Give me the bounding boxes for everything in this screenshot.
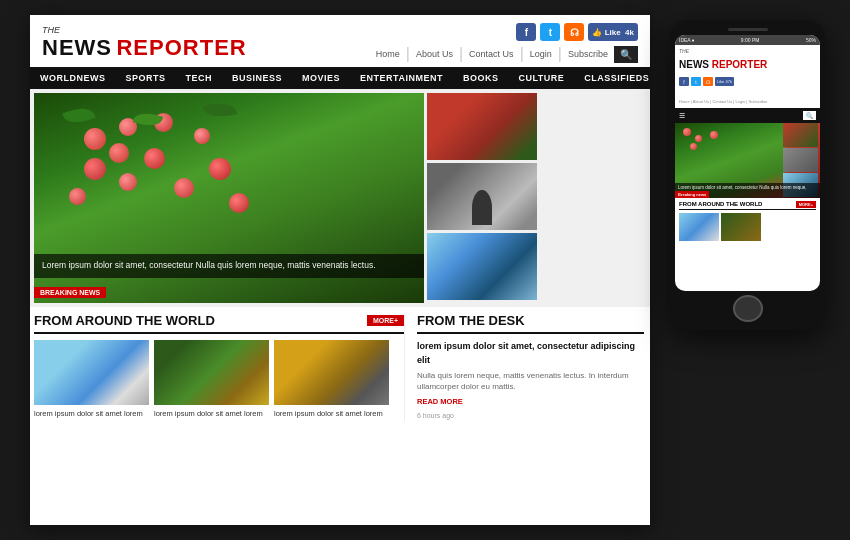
logo-news: NEWS — [42, 35, 112, 60]
desk-lead: lorem ipsum dolor sit amet, consectetur … — [417, 341, 635, 365]
phone-rss-icon[interactable]: ☊ — [703, 77, 713, 86]
phone-status-bar: IDEA ♦ 9:00 PM 50% — [675, 35, 820, 45]
berry — [69, 188, 86, 205]
phone-search-icon: 🔍 — [806, 112, 813, 119]
phone-thumb-1[interactable] — [783, 123, 818, 147]
phone-search-bar[interactable]: 🔍 — [803, 111, 816, 120]
berry — [119, 173, 137, 191]
nav-subscribe[interactable]: Subscribe — [568, 49, 608, 59]
from-around-more[interactable]: MORE+ — [367, 315, 404, 326]
phone-articles — [679, 213, 816, 241]
nav-books[interactable]: BOOKS — [453, 67, 509, 89]
facebook-like-icon[interactable]: 👍 Like 4k — [588, 23, 638, 41]
phone-hamburger-icon[interactable]: ☰ — [679, 112, 685, 120]
search-button[interactable]: 🔍 — [614, 46, 638, 63]
phone-logo-reporter: REPORTER — [712, 59, 768, 70]
phone-nav-text: Home | About Us | Contact Us | Login | S… — [679, 99, 768, 104]
hero-thumb-2[interactable] — [427, 163, 537, 230]
rss-icon[interactable]: ☊ — [564, 23, 584, 41]
header-search[interactable]: 🔍 — [614, 46, 638, 63]
berry — [84, 128, 106, 150]
phone-time: 9:00 PM — [741, 37, 760, 43]
phone-twitter-icon[interactable]: t — [691, 77, 701, 86]
nav-entertainment[interactable]: ENTERTAINMENT — [350, 67, 453, 89]
berry — [209, 158, 231, 180]
phone-section: FROM AROUND THE WORLD MORE+ — [675, 198, 820, 244]
nav-sports[interactable]: SPORTS — [116, 67, 176, 89]
nav-business[interactable]: BUSINESS — [222, 67, 292, 89]
phone-hero-image: Lorem ipsum dolor sit amet, consectetur … — [675, 123, 820, 198]
article-text-2: lorem ipsum dolor sit amet lorem — [154, 409, 269, 419]
article-thumb-3[interactable] — [274, 340, 389, 405]
logo-area: THE NEWS REPORTER — [42, 25, 247, 61]
hero-main-image: Lorem ipsum dolor sit amet, consectetur … — [34, 93, 424, 303]
article-thumb-2[interactable] — [154, 340, 269, 405]
nav-movies[interactable]: MOVIES — [292, 67, 350, 89]
article-card-3: lorem ipsum dolor sit amet lorem — [274, 340, 389, 419]
nav-home[interactable]: Home — [376, 49, 400, 59]
hero-thumb-1[interactable] — [427, 93, 537, 160]
website-mockup: THE NEWS REPORTER f t ☊ 👍 Like 4k Home |… — [30, 15, 650, 525]
from-around-title: FROM AROUND THE WORLD MORE+ — [34, 313, 404, 334]
berry — [84, 158, 106, 180]
time-ago: 6 hours ago — [417, 411, 644, 422]
berry — [144, 148, 165, 169]
phone-more-btn[interactable]: MORE+ — [796, 201, 816, 208]
nav-tech[interactable]: TECH — [176, 67, 223, 89]
desk-body: Nulla quis lorem neque, mattis venenatis… — [417, 370, 644, 392]
page-background: THE NEWS REPORTER f t ☊ 👍 Like 4k Home |… — [0, 0, 850, 540]
main-navigation: WORLDNEWS SPORTS TECH BUSINESS MOVIES EN… — [30, 67, 650, 89]
from-desk-text: lorem ipsum dolor sit amet, consectetur … — [417, 340, 644, 421]
hero-thumb-3[interactable] — [427, 233, 537, 300]
phone-speaker — [728, 28, 768, 31]
phone-thumb-2[interactable] — [783, 148, 818, 172]
site-header: THE NEWS REPORTER f t ☊ 👍 Like 4k Home |… — [30, 15, 650, 67]
twitter-icon[interactable]: t — [540, 23, 560, 41]
nav-contact[interactable]: Contact Us — [469, 49, 514, 59]
berry — [109, 143, 129, 163]
berry — [174, 178, 194, 198]
hero-thumbnails — [427, 93, 537, 303]
phone-article-thumb-2[interactable] — [721, 213, 761, 241]
phone-breaking-tag: Breaking news — [675, 191, 709, 198]
phone-sub-nav: Home | About Us | Contact Us | Login | S… — [675, 88, 820, 108]
from-desk-title: FROM THE DESK — [417, 313, 644, 334]
phone-article-thumb-1[interactable] — [679, 213, 719, 241]
phone-like-icon[interactable]: Like 47k — [715, 77, 734, 86]
from-desk-section: FROM THE DESK lorem ipsum dolor sit amet… — [404, 313, 644, 421]
phone-facebook-icon[interactable]: f — [679, 77, 689, 86]
facebook-icon[interactable]: f — [516, 23, 536, 41]
read-more-link[interactable]: READ MORE — [417, 396, 644, 407]
nav-worldnews[interactable]: WORLDNEWS — [30, 67, 116, 89]
phone-screen: IDEA ♦ 9:00 PM 50% THE NEWS REPORTER f t… — [675, 35, 820, 291]
phone-mockup: IDEA ♦ 9:00 PM 50% THE NEWS REPORTER f t… — [670, 20, 825, 330]
phone-carrier: IDEA ♦ — [679, 37, 694, 43]
phone-social-icons: f t ☊ Like 47k — [675, 75, 820, 88]
hero-caption: Lorem ipsum dolor sit amet, consectetur … — [34, 254, 424, 278]
header-right: f t ☊ 👍 Like 4k Home | About Us | Contac… — [376, 23, 638, 63]
phone-battery: 50% — [806, 37, 816, 43]
nav-about[interactable]: About Us — [416, 49, 453, 59]
nav-login[interactable]: Login — [530, 49, 552, 59]
article-text-1: lorem ipsum dolor sit amet lorem — [34, 409, 149, 419]
article-thumb-1[interactable] — [34, 340, 149, 405]
phone-hero: Lorem ipsum dolor sit amet, consectetur … — [675, 123, 820, 198]
berries-cluster — [54, 108, 334, 268]
berry — [229, 193, 249, 213]
nav-classifieds[interactable]: CLASSIFIEDS — [574, 67, 650, 89]
logo-main: NEWS REPORTER — [42, 35, 247, 61]
figure-silhouette — [472, 190, 492, 225]
article-card-2: lorem ipsum dolor sit amet lorem — [154, 340, 269, 419]
phone-logo-area: THE NEWS REPORTER — [675, 45, 820, 75]
logo-the: THE — [42, 25, 247, 35]
hero-section: Lorem ipsum dolor sit amet, consectetur … — [30, 89, 650, 307]
logo-reporter: REPORTER — [116, 35, 246, 60]
phone-main-nav: ☰ 🔍 — [675, 108, 820, 123]
from-around-section: FROM AROUND THE WORLD MORE+ lorem ipsum … — [34, 313, 404, 421]
nav-culture[interactable]: CULTURE — [508, 67, 574, 89]
phone-logo-news: NEWS — [679, 59, 712, 70]
berry — [194, 128, 210, 144]
phone-home-button[interactable] — [733, 295, 763, 322]
article-thumbs-row: lorem ipsum dolor sit amet lorem lorem i… — [34, 340, 404, 419]
social-icons: f t ☊ 👍 Like 4k — [516, 23, 638, 41]
